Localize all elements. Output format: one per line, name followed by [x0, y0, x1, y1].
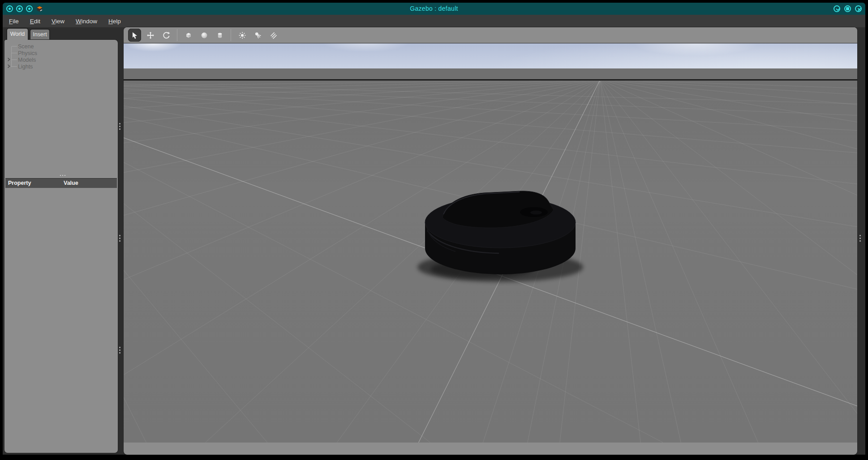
insert-box-button[interactable] [182, 29, 195, 42]
left-splitter-handle[interactable] [119, 235, 121, 243]
window-title: Gazebo : default [3, 3, 865, 15]
viewport-toolbar [124, 27, 857, 43]
insert-cylinder-button[interactable] [213, 29, 226, 42]
sun-icon [238, 31, 246, 39]
world-panel: Scene Physics Models Lights Property Val… [4, 40, 118, 453]
tree-guide-line [11, 47, 12, 67]
translate-tool-button[interactable] [144, 29, 157, 42]
directional-light-icon [270, 31, 278, 39]
close-button[interactable] [855, 5, 862, 12]
expand-arrow-icon[interactable] [7, 57, 11, 62]
horizon-band [124, 68, 857, 79]
menu-edit[interactable]: Edit [30, 18, 40, 25]
close-icon [856, 6, 863, 13]
toolbar-separator [177, 29, 177, 41]
maximize-button[interactable] [844, 5, 851, 12]
select-tool-button[interactable] [128, 29, 141, 42]
rotate-arrows-icon [162, 31, 170, 39]
menu-help[interactable]: Help [108, 18, 121, 25]
point-light-button[interactable] [236, 29, 249, 42]
left-splitter-handle[interactable] [119, 123, 121, 131]
left-splitter-handle[interactable] [119, 347, 121, 355]
tab-world[interactable]: World [6, 28, 29, 40]
box-icon [185, 31, 193, 39]
directional-light-button[interactable] [267, 29, 280, 42]
spot-light-button[interactable] [251, 29, 264, 42]
viewport-panel: Real Time Factor: 1.00 Sim Time: 286.36 … [124, 27, 857, 455]
toolbar-separator [231, 29, 231, 41]
chevron-down-icon [834, 6, 841, 13]
rotate-tool-button[interactable] [159, 29, 172, 42]
menu-window[interactable]: Window [76, 18, 97, 25]
expand-arrow-icon[interactable] [7, 64, 11, 68]
sky [124, 43, 857, 68]
viewport-3d-canvas[interactable]: Real Time Factor: 1.00 Sim Time: 286.36 … [124, 43, 857, 443]
menu-file[interactable]: File [9, 18, 19, 25]
right-splitter-handle[interactable] [859, 235, 861, 243]
menu-view[interactable]: View [52, 18, 64, 25]
panel-splitter-handle[interactable] [60, 175, 65, 176]
insert-sphere-button[interactable] [198, 29, 211, 42]
move-arrows-icon [146, 31, 155, 39]
sphere-icon [200, 31, 208, 39]
minimize-button[interactable] [834, 5, 840, 12]
column-value[interactable]: Value [64, 180, 78, 186]
menu-bar: File Edit View Window Help [3, 15, 865, 27]
column-property[interactable]: Property [8, 180, 31, 186]
tab-insert[interactable]: Insert [30, 29, 50, 40]
cylinder-icon [216, 31, 224, 39]
title-bar: Gazebo : default [3, 3, 865, 15]
cursor-arrow-icon [131, 31, 139, 39]
property-table-header: Property Value [5, 178, 117, 188]
spot-light-icon [254, 31, 262, 39]
ground-plane [124, 81, 857, 443]
